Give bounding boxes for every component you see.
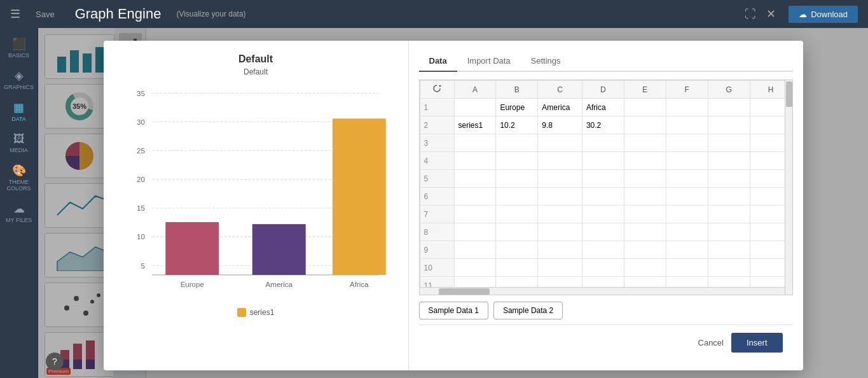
tab-bar: Data Import Data Settings: [419, 51, 793, 72]
cell-1c[interactable]: America: [538, 99, 582, 116]
col-header-d: D: [582, 81, 624, 99]
legend-color-series1: [237, 308, 246, 317]
cell-1f[interactable]: [666, 99, 708, 116]
chart-title: Default: [238, 53, 273, 65]
chart-legend: series1: [237, 308, 275, 317]
main-layout: ⬛ BASICS ◈ GRAPHICS ▦ DATA 🖼 MEDIA 🎨 THE…: [0, 28, 868, 378]
theme-icon: 🎨: [12, 164, 26, 178]
table-row: 2 series1 10.2 9.8 30.2: [420, 116, 792, 134]
content-area: 35%: [38, 28, 868, 378]
cell-3a[interactable]: [454, 134, 496, 152]
table-row: 5: [420, 170, 792, 188]
download-icon: ☁: [799, 10, 807, 19]
insert-button[interactable]: Insert: [731, 333, 783, 353]
fullscreen-icon[interactable]: ⛶: [742, 5, 759, 24]
sidebar-item-theme-colors[interactable]: 🎨 THEME COLORS: [0, 160, 38, 195]
cell-2a[interactable]: series1: [454, 116, 496, 134]
close-icon[interactable]: ✕: [764, 4, 778, 24]
row-num-4: 4: [420, 152, 454, 170]
bar-europe[interactable]: [165, 222, 219, 275]
tab-data[interactable]: Data: [419, 51, 457, 72]
cell-2b[interactable]: 10.2: [496, 116, 538, 134]
graphics-icon: ◈: [15, 69, 24, 83]
menu-icon[interactable]: ☰: [10, 7, 20, 21]
col-header-f: F: [666, 81, 708, 99]
tab-settings[interactable]: Settings: [521, 51, 571, 72]
svg-text:35: 35: [137, 90, 145, 97]
cell-2f[interactable]: [666, 116, 708, 134]
sidebar-item-data[interactable]: ▦ DATA: [0, 97, 38, 126]
save-button[interactable]: Save: [31, 7, 60, 22]
row-num-3: 3: [420, 134, 454, 152]
bar-africa[interactable]: [333, 118, 386, 275]
svg-text:America: America: [266, 281, 293, 288]
row-num-8: 8: [420, 223, 454, 241]
table-row: 7: [420, 206, 792, 223]
topbar-icons: ⛶ ✕: [742, 4, 778, 24]
sidebar-item-media[interactable]: 🖼 MEDIA: [0, 129, 38, 157]
scrollbar-horizontal[interactable]: [420, 287, 785, 295]
table-row: 1 Europe America Africa: [420, 99, 792, 116]
col-header-c: C: [538, 81, 582, 99]
data-panel: Data Import Data Settings: [409, 41, 803, 370]
svg-text:30: 30: [137, 118, 145, 126]
spreadsheet: A B C D E F G H: [420, 80, 792, 295]
cancel-button[interactable]: Cancel: [698, 338, 724, 347]
cell-2e[interactable]: [624, 116, 666, 134]
chart-panel: Default Default 35 30 25 20 15 10 5: [104, 41, 409, 370]
sidebar-label-graphics: GRAPHICS: [4, 84, 34, 90]
svg-text:20: 20: [137, 176, 145, 183]
app-subtitle: (Visualize your data): [176, 10, 245, 18]
bar-chart-svg: 35 30 25 20 15 10 5: [122, 87, 389, 303]
row-num-9: 9: [420, 241, 454, 259]
download-button[interactable]: ☁ Download: [789, 6, 858, 23]
sample-data-2-button[interactable]: Sample Data 2: [493, 302, 563, 319]
header-reset[interactable]: [420, 81, 454, 99]
bar-america[interactable]: [252, 224, 306, 275]
sample-data-1-button[interactable]: Sample Data 1: [419, 302, 488, 319]
table-row: 6: [420, 188, 792, 206]
cell-1b[interactable]: Europe: [496, 99, 538, 116]
row-num-5: 5: [420, 170, 454, 188]
row-num-7: 7: [420, 206, 454, 223]
basics-icon: ⬛: [12, 37, 26, 51]
cell-1g[interactable]: [708, 99, 750, 116]
help-button[interactable]: ?: [46, 353, 64, 370]
media-icon: 🖼: [13, 132, 25, 146]
table-row: 10: [420, 259, 792, 277]
sidebar-item-graphics[interactable]: ◈ GRAPHICS: [0, 65, 38, 94]
svg-text:Africa: Africa: [350, 281, 369, 288]
data-icon: ▦: [13, 101, 24, 115]
row-num-1: 1: [420, 99, 454, 116]
modal: Default Default 35 30 25 20 15 10 5: [104, 41, 803, 370]
svg-text:10: 10: [137, 233, 145, 241]
row-num-10: 10: [420, 259, 454, 277]
topbar: ☰ Save Graph Engine (Visualize your data…: [0, 0, 868, 28]
sidebar-item-my-files[interactable]: ☁ MY FILES: [0, 198, 38, 227]
cell-1a[interactable]: [454, 99, 496, 116]
modal-footer: Cancel Insert: [419, 325, 793, 360]
table-row: 4: [420, 152, 792, 170]
col-header-e: E: [624, 81, 666, 99]
sidebar-label-data: DATA: [11, 116, 26, 122]
table-row: 8: [420, 223, 792, 241]
svg-text:15: 15: [137, 204, 145, 212]
sidebar-label-files: MY FILES: [6, 217, 32, 223]
col-header-b: B: [496, 81, 538, 99]
sidebar-item-basics[interactable]: ⬛ BASICS: [0, 33, 38, 62]
tab-import-data[interactable]: Import Data: [457, 51, 521, 72]
cell-2c[interactable]: 9.8: [538, 116, 582, 134]
cell-1d[interactable]: Africa: [582, 99, 624, 116]
cell-1e[interactable]: [624, 99, 666, 116]
svg-text:Europe: Europe: [181, 281, 204, 288]
legend-label-series1: series1: [250, 308, 275, 317]
cell-2g[interactable]: [708, 116, 750, 134]
scrollbar-vertical[interactable]: [785, 80, 792, 295]
cell-2d[interactable]: 30.2: [582, 116, 624, 134]
scrollbar-thumb-h[interactable]: [439, 288, 490, 295]
sidebar-label-media: MEDIA: [10, 147, 28, 153]
scrollbar-thumb-v[interactable]: [786, 81, 792, 107]
row-num-2: 2: [420, 116, 454, 134]
svg-marker-56: [439, 85, 441, 87]
svg-text:5: 5: [141, 262, 144, 270]
